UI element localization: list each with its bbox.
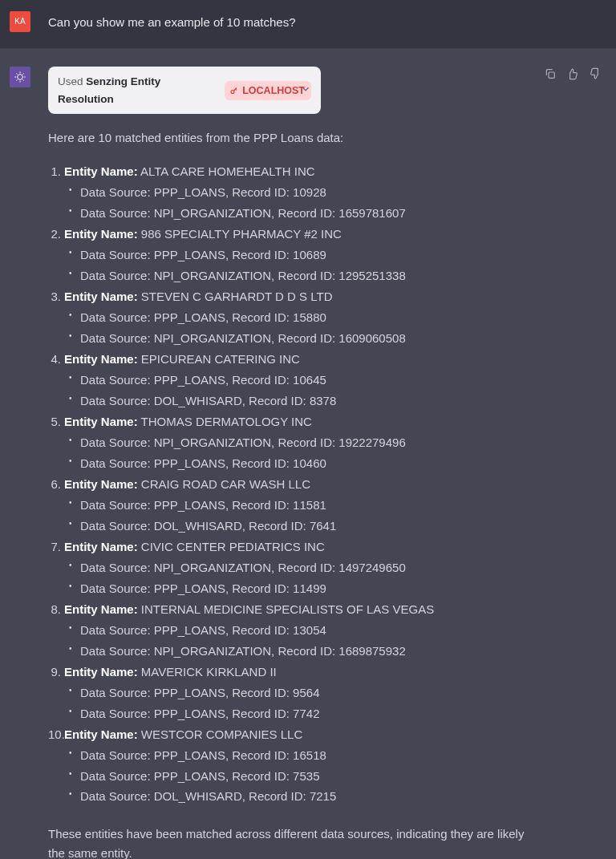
- entity-label: Entity Name:: [64, 164, 138, 178]
- record-item: Data Source: PPP_LOANS, Record ID: 9564: [80, 683, 534, 703]
- logo-icon: [14, 71, 26, 83]
- record-list: Data Source: PPP_LOANS, Record ID: 10928…: [64, 182, 534, 223]
- record-item: Data Source: NPI_ORGANIZATION, Record ID…: [80, 641, 534, 662]
- entity-label: Entity Name:: [64, 665, 138, 679]
- entity-label: Entity Name:: [64, 227, 138, 241]
- record-item: Data Source: NPI_ORGANIZATION, Record ID…: [80, 432, 534, 453]
- entity-item: Entity Name: EPICUREAN CATERING INCData …: [64, 350, 534, 411]
- record-item: Data Source: PPP_LOANS, Record ID: 10689: [80, 245, 534, 265]
- record-list: Data Source: PPP_LOANS, Record ID: 15880…: [64, 307, 534, 348]
- record-item: Data Source: PPP_LOANS, Record ID: 10645: [80, 370, 534, 391]
- entity-header: Entity Name: WESTCOR COMPANIES LLC: [64, 725, 534, 744]
- entity-label: Entity Name:: [64, 290, 138, 303]
- entity-name: 986 SPECIALTY PHARMACY #2 INC: [138, 227, 342, 241]
- record-item: Data Source: PPP_LOANS, Record ID: 7535: [80, 766, 534, 787]
- thumbs-up-icon[interactable]: [566, 67, 579, 86]
- record-list: Data Source: PPP_LOANS, Record ID: 11581…: [64, 495, 534, 536]
- chevron-down-icon[interactable]: [300, 81, 311, 100]
- entity-item: Entity Name: 986 SPECIALTY PHARMACY #2 I…: [64, 225, 534, 286]
- record-list: Data Source: PPP_LOANS, Record ID: 10689…: [64, 245, 534, 286]
- user-avatar: KA: [10, 11, 30, 32]
- record-item: Data Source: PPP_LOANS, Record ID: 11499: [80, 578, 534, 599]
- tool-used-text: Used Senzing Entity Resolution: [58, 73, 218, 107]
- record-item: Data Source: PPP_LOANS, Record ID: 16518: [80, 745, 534, 766]
- record-item: Data Source: DOL_WHISARD, Record ID: 764…: [80, 516, 534, 537]
- user-message-row: KA Can you show me an example of 10 matc…: [0, 0, 616, 49]
- record-item: Data Source: PPP_LOANS, Record ID: 11581: [80, 495, 534, 516]
- key-icon: [229, 86, 239, 95]
- record-item: Data Source: NPI_ORGANIZATION, Record ID…: [80, 328, 534, 349]
- entity-item: Entity Name: CRAIG ROAD CAR WASH LLCData…: [64, 475, 534, 536]
- record-list: Data Source: PPP_LOANS, Record ID: 9564D…: [64, 683, 534, 723]
- record-item: Data Source: NPI_ORGANIZATION, Record ID…: [80, 557, 534, 578]
- record-item: Data Source: PPP_LOANS, Record ID: 7742: [80, 703, 534, 724]
- svg-rect-2: [549, 72, 554, 78]
- user-message: Can you show me an example of 10 matches…: [48, 11, 296, 32]
- record-item: Data Source: PPP_LOANS, Record ID: 10460: [80, 453, 534, 474]
- entity-header: Entity Name: MAVERICK KIRKLAND II: [64, 662, 534, 682]
- entity-label: Entity Name:: [64, 540, 138, 553]
- entity-item: Entity Name: MAVERICK KIRKLAND IIData So…: [64, 662, 534, 723]
- entity-header: Entity Name: 986 SPECIALTY PHARMACY #2 I…: [64, 225, 534, 244]
- svg-point-0: [18, 75, 23, 80]
- entity-header: Entity Name: CIVIC CENTER PEDIATRICS INC: [64, 537, 534, 557]
- entity-header: Entity Name: STEVEN C GARHARDT D D S LTD: [64, 287, 534, 306]
- entity-label: Entity Name:: [64, 727, 138, 741]
- entity-name: EPICUREAN CATERING INC: [138, 352, 300, 366]
- record-item: Data Source: NPI_ORGANIZATION, Record ID…: [80, 265, 534, 286]
- entity-name: INTERNAL MEDICINE SPECIALISTS OF LAS VEG…: [138, 602, 435, 616]
- record-list: Data Source: NPI_ORGANIZATION, Record ID…: [64, 557, 534, 598]
- record-item: Data Source: PPP_LOANS, Record ID: 13054: [80, 620, 534, 641]
- entity-name: ALTA CARE HOMEHEALTH INC: [138, 164, 315, 178]
- copy-icon[interactable]: [544, 67, 557, 86]
- assistant-body: Used Senzing Entity Resolution LOCALHOST…: [48, 67, 606, 859]
- entity-name: MAVERICK KIRKLAND II: [138, 665, 277, 679]
- entity-label: Entity Name:: [64, 415, 138, 428]
- record-list: Data Source: PPP_LOANS, Record ID: 16518…: [64, 745, 534, 807]
- entity-item: Entity Name: STEVEN C GARHARDT D D S LTD…: [64, 287, 534, 348]
- record-list: Data Source: PPP_LOANS, Record ID: 10645…: [64, 370, 534, 411]
- record-item: Data Source: DOL_WHISARD, Record ID: 721…: [80, 786, 534, 807]
- entity-list: Entity Name: ALTA CARE HOMEHEALTH INCDat…: [48, 162, 534, 807]
- entity-name: THOMAS DERMATOLOGY INC: [138, 415, 312, 428]
- tool-call-pill[interactable]: Used Senzing Entity Resolution LOCALHOST: [48, 67, 321, 114]
- entity-item: Entity Name: CIVIC CENTER PEDIATRICS INC…: [64, 537, 534, 598]
- entity-name: CRAIG ROAD CAR WASH LLC: [138, 477, 310, 491]
- entity-header: Entity Name: CRAIG ROAD CAR WASH LLC: [64, 475, 534, 494]
- svg-point-1: [231, 90, 234, 93]
- localhost-badge: LOCALHOST: [225, 81, 311, 100]
- message-actions: [544, 67, 602, 86]
- entity-name: CIVIC CENTER PEDIATRICS INC: [138, 540, 325, 553]
- entity-header: Entity Name: ALTA CARE HOMEHEALTH INC: [64, 162, 534, 181]
- record-item: Data Source: NPI_ORGANIZATION, Record ID…: [80, 203, 534, 224]
- entity-header: Entity Name: INTERNAL MEDICINE SPECIALIS…: [64, 600, 534, 619]
- assistant-message-row: Used Senzing Entity Resolution LOCALHOST…: [0, 49, 616, 859]
- record-item: Data Source: PPP_LOANS, Record ID: 15880: [80, 307, 534, 328]
- user-initials: KA: [14, 15, 25, 28]
- record-item: Data Source: PPP_LOANS, Record ID: 10928: [80, 182, 534, 203]
- entity-header: Entity Name: THOMAS DERMATOLOGY INC: [64, 412, 534, 432]
- entity-label: Entity Name:: [64, 477, 138, 491]
- assistant-avatar: [10, 67, 30, 87]
- entity-label: Entity Name:: [64, 602, 138, 616]
- entity-name: WESTCOR COMPANIES LLC: [138, 727, 303, 741]
- intro-text: Here are 10 matched entities from the PP…: [48, 128, 534, 148]
- outro-text: These entities have been matched across …: [48, 825, 534, 859]
- record-list: Data Source: PPP_LOANS, Record ID: 13054…: [64, 620, 534, 661]
- entity-item: Entity Name: WESTCOR COMPANIES LLCData S…: [64, 725, 534, 807]
- entity-item: Entity Name: INTERNAL MEDICINE SPECIALIS…: [64, 600, 534, 661]
- entity-item: Entity Name: THOMAS DERMATOLOGY INCData …: [64, 412, 534, 473]
- entity-header: Entity Name: EPICUREAN CATERING INC: [64, 350, 534, 369]
- thumbs-down-icon[interactable]: [589, 67, 602, 86]
- record-list: Data Source: NPI_ORGANIZATION, Record ID…: [64, 432, 534, 473]
- entity-item: Entity Name: ALTA CARE HOMEHEALTH INCDat…: [64, 162, 534, 223]
- entity-name: STEVEN C GARHARDT D D S LTD: [138, 290, 333, 303]
- record-item: Data Source: DOL_WHISARD, Record ID: 837…: [80, 391, 534, 411]
- entity-label: Entity Name:: [64, 352, 138, 366]
